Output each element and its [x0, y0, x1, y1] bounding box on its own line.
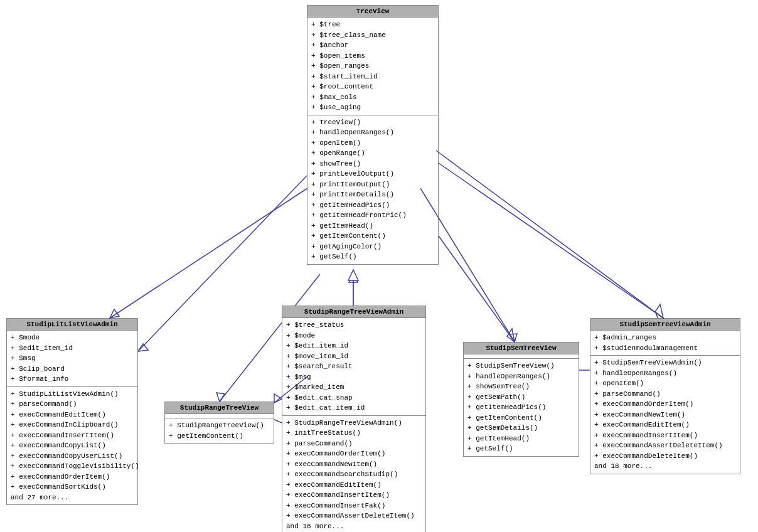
- studipsemtreeview-methods: + StudipSemTreeView() + handleOpenRanges…: [464, 359, 579, 456]
- svg-marker-7: [510, 334, 517, 342]
- studiprangetreeview-attributes: [165, 414, 274, 418]
- studiprangetreeview-box: StudipRangeTreeView + StudipRangeTreeVie…: [164, 402, 274, 444]
- treeview-title: TreeView: [307, 6, 438, 18]
- diagram-container: TreeView + $tree + $tree_class_name + $a…: [0, 0, 758, 532]
- studipsemtreeviewadmin-methods: + StudipSemTreeViewAdmin() + handleOpenR…: [590, 356, 740, 474]
- studipsemtreeview-attributes: [464, 354, 579, 359]
- studiprangetreeviewadmin-title: StudipRangeTreeViewAdmin: [282, 306, 425, 318]
- studiplitlistviewadmin-title: StudipLitListViewAdmin: [7, 319, 137, 331]
- svg-marker-16: [110, 309, 119, 318]
- svg-line-8: [439, 163, 663, 318]
- studipsemtreeview-box: StudipSemTreeView + StudipSemTreeView() …: [463, 342, 579, 457]
- svg-marker-22: [655, 304, 663, 318]
- studiplitlistviewadmin-box: StudipLitListViewAdmin + $mode + $edit_i…: [6, 318, 138, 505]
- studiplitlistviewadmin-attributes: + $mode + $edit_item_id + $msg + $clip_b…: [7, 331, 137, 387]
- studipsemtreeview-title: StudipSemTreeView: [464, 343, 579, 354]
- studiprangetreeview-title: StudipRangeTreeView: [165, 402, 274, 414]
- studiprangetreeviewadmin-box: StudipRangeTreeViewAdmin + $tree_status …: [282, 306, 426, 532]
- svg-line-21: [436, 151, 663, 318]
- svg-marker-20: [507, 329, 515, 342]
- studiprangetreeviewadmin-attributes: + $tree_status + $mode + $edit_item_id +…: [282, 318, 425, 416]
- studiprangetreeview-methods: + StudipRangeTreeView() + getItemContent…: [165, 418, 274, 443]
- svg-marker-3: [138, 344, 148, 351]
- studiprangetreeviewadmin-methods: + StudipRangeTreeViewAdmin() + initTreeS…: [282, 416, 425, 533]
- svg-marker-1: [349, 274, 358, 282]
- svg-line-15: [110, 188, 307, 318]
- svg-marker-5: [216, 393, 225, 402]
- treeview-box: TreeView + $tree + $tree_class_name + $a…: [307, 5, 439, 265]
- treeview-methods: + TreeView() + handleOpenRanges() + open…: [307, 115, 438, 264]
- studipsemtreeviewadmin-attributes: + $admin_ranges + $studienmodulmanagemen…: [590, 331, 740, 356]
- studipsemtreeviewadmin-box: StudipSemTreeViewAdmin + $admin_ranges +…: [590, 318, 740, 474]
- studipsemtreeviewadmin-title: StudipSemTreeViewAdmin: [590, 319, 740, 331]
- svg-marker-14: [348, 270, 358, 280]
- svg-marker-18: [274, 394, 282, 403]
- studiplitlistviewadmin-methods: + StudipLitListViewAdmin() + parseComman…: [7, 387, 137, 505]
- treeview-attributes: + $tree + $tree_class_name + $anchor + $…: [307, 18, 438, 115]
